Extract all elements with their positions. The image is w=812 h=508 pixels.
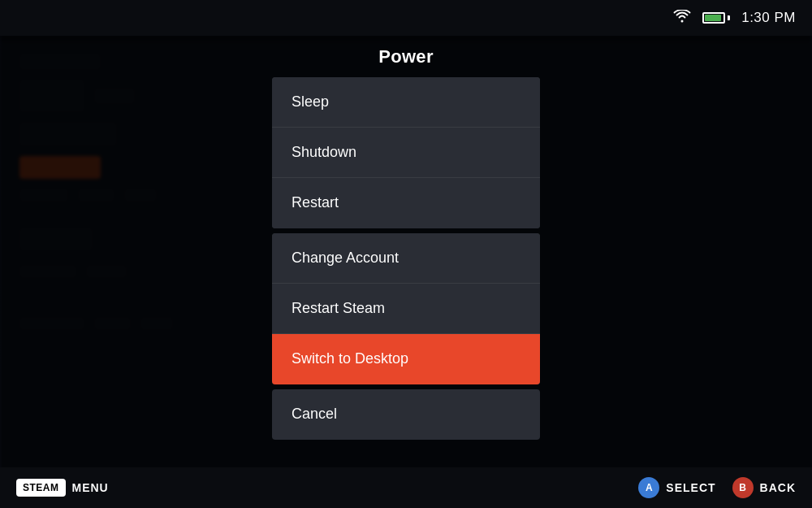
status-bar: 1:30 PM — [0, 0, 812, 36]
select-action: A SELECT — [638, 477, 715, 498]
restart-button[interactable]: Restart — [272, 178, 540, 228]
back-action: B BACK — [732, 477, 796, 498]
menu-group-2: Change Account Restart Steam Switch to D… — [272, 233, 540, 384]
cancel-button[interactable]: Cancel — [272, 389, 540, 440]
group-divider-2 — [272, 386, 540, 389]
steam-badge: STEAM — [16, 479, 66, 497]
wifi-icon — [673, 10, 691, 26]
change-account-button[interactable]: Change Account — [272, 233, 540, 284]
power-dialog: Power Sleep Shutdown Restart Change Acco… — [272, 46, 540, 441]
switch-to-desktop-button[interactable]: Switch to Desktop — [272, 334, 540, 384]
restart-steam-button[interactable]: Restart Steam — [272, 284, 540, 334]
status-time: 1:30 PM — [741, 10, 796, 26]
menu-group-1: Sleep Shutdown Restart — [272, 77, 540, 228]
dialog-title: Power — [272, 46, 540, 67]
select-label: SELECT — [666, 481, 715, 494]
back-label: BACK — [760, 481, 796, 494]
battery-icon — [702, 12, 730, 24]
group-divider-1 — [272, 230, 540, 233]
b-button[interactable]: B — [732, 477, 754, 498]
sleep-button[interactable]: Sleep — [272, 77, 540, 128]
menu-group-3: Cancel — [272, 389, 540, 440]
a-button[interactable]: A — [638, 477, 659, 498]
shutdown-button[interactable]: Shutdown — [272, 128, 540, 178]
bottom-actions: A SELECT B BACK — [638, 477, 796, 498]
steam-menu[interactable]: STEAM MENU — [16, 479, 109, 497]
overlay: Power Sleep Shutdown Restart Change Acco… — [0, 36, 812, 467]
bottom-bar: STEAM MENU A SELECT B BACK — [0, 467, 812, 508]
menu-label: MENU — [72, 481, 109, 494]
